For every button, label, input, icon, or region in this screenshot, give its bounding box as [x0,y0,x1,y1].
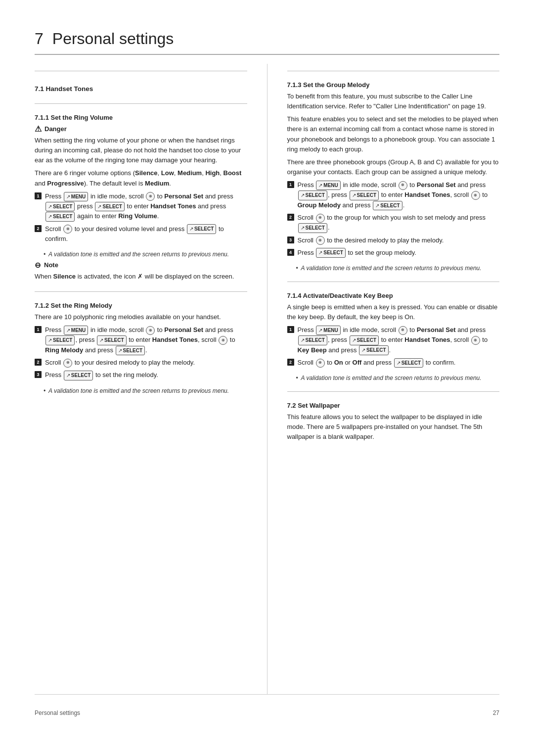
section-divider [35,71,247,71]
scroll-icon-712b: ⊕ [219,336,227,345]
step-num-1: 1 [35,192,42,199]
step-num-714-2: 2 [287,359,294,366]
danger-text: When setting the ring volume of your pho… [35,136,247,165]
select-btn-712: ↗ SELECT [45,335,75,345]
step-712-1-text: Press ↗ MENU in idle mode, scroll ⊕ to P… [45,325,247,355]
711-intro: There are 6 ringer volume options (Silen… [35,168,247,188]
711-bullet-1: A validation tone is emitted and the scr… [44,250,247,259]
step-714-1-text: Press ↗ MENU in idle mode, scroll ⊕ to P… [298,325,500,355]
scroll-icon-714: ⊕ [399,326,407,335]
step-711-2: 2 Scroll ⊕ to your desired volume level … [35,224,247,244]
scroll-icon-713b: ⊕ [471,191,480,200]
menu-btn-712: ↗ MENU [64,326,88,335]
sub-714-title: 7.1.4 Activate/Deactivate Key Beep [287,292,500,299]
right-column: 7.1.3 Set the Group Melody To benefit fr… [287,64,500,694]
section-71-title: 7.1 Handset Tones [35,85,247,93]
footer-right: 27 [493,709,499,716]
step-712-2-text: Scroll ⊕ to your desired melody to play … [45,358,247,368]
step-712-2: 2 Scroll ⊕ to your desired melody to pla… [35,358,247,368]
72-intro: This feature allows you to select the wa… [287,412,500,442]
menu-btn-714: ↗ MENU [316,326,340,335]
711-steps: 1 Press ↗ MENU in idle mode, scroll ⊕ to… [35,191,247,246]
713-bullet-1: A validation tone is emitted and the scr… [296,264,500,273]
step-713-3-text: Scroll ⊕ to the desired melody to play t… [298,236,500,245]
step-713-4: 4 Press ↗ SELECT to set the group melody… [287,248,500,258]
left-column: 7.1 Handset Tones 7.1.1 Set the Ring Vol… [35,64,247,694]
select-btn-2: ↗ SELECT [95,202,124,212]
danger-text-label: Danger [44,125,67,133]
step-711-1-text: Press ↗ MENU in idle mode, scroll ⊕ to P… [45,191,247,222]
712-steps: 1 Press ↗ MENU in idle mode, scroll ⊕ to… [35,325,247,382]
714-intro1: A single beep is emitted when a key is p… [287,302,500,322]
select-btn-712b: ↗ SELECT [97,335,126,345]
scroll-icon-713c: ⊕ [316,214,325,223]
713-intro1: To benefit from this feature, you must s… [287,92,500,111]
select-btn-714c: ↗ SELECT [359,345,388,355]
step-713-1: 1 Press ↗ MENU in idle mode, scroll ⊕ to… [287,180,500,210]
danger-icon: ⚠ [35,124,42,134]
select-btn-3: ↗ SELECT [45,212,75,222]
scroll-icon-714b: ⊕ [471,336,480,345]
step-num-713-2: 2 [287,214,294,221]
select-btn-712d: ↗ SELECT [64,371,93,380]
712-bullet-1: A validation tone is emitted and the scr… [44,387,247,395]
step-num-713-3: 3 [287,236,294,243]
step-713-3: 3 Scroll ⊕ to the desired melody to play… [287,236,500,245]
select-btn-714d: ↗ SELECT [394,358,423,368]
step-712-3-text: Press ↗ SELECT to set the ring melody. [45,370,247,380]
column-divider [267,64,267,694]
select-btn-713b: ↗ SELECT [350,190,379,200]
menu-btn-713: ↗ MENU [316,181,340,190]
step-711-2-text: Scroll ⊕ to your desired volume level an… [45,224,247,244]
step-711-1: 1 Press ↗ MENU in idle mode, scroll ⊕ to… [35,191,247,222]
step-713-2-text: Scroll ⊕ to the group for which you wish… [298,213,500,233]
711-bullets: A validation tone is emitted and the scr… [44,250,247,259]
section-divider-2 [35,103,247,104]
select-btn-712c: ↗ SELECT [116,346,145,356]
712-intro: There are 10 polyphonic ring melodies av… [35,312,247,322]
select-btn: ↗ SELECT [45,202,75,212]
sub-713-title: 7.1.3 Set the Group Melody [287,81,500,89]
chapter-number: 7 [35,30,44,47]
step-713-2: 2 Scroll ⊕ to the group for which you wi… [287,213,500,233]
scroll-icon-712: ⊕ [146,326,155,335]
step-num-712-3: 3 [35,371,42,378]
section-divider-r3 [287,391,500,392]
scroll-icon-713d: ⊕ [316,236,325,245]
step-713-4-text: Press ↗ SELECT to set the group melody. [298,248,500,258]
note-label: ⊖ Note [35,261,247,270]
chapter-title: 7Personal settings [35,30,499,55]
page-footer: Personal settings 27 [35,694,499,716]
sub-712-title: 7.1.2 Set the Ring Melody [35,302,247,309]
step-num-713-4: 4 [287,249,294,256]
713-intro2: This feature enables you to select and s… [287,114,500,154]
scroll-icon: ⊕ [146,192,155,201]
select-btn-713e: ↗ SELECT [316,248,345,258]
sub-711-title: 7.1.1 Set the Ring Volume [35,114,247,121]
step-num-714-1: 1 [287,326,294,333]
714-bullet-1: A validation tone is emitted and the scr… [296,374,500,382]
712-bullets: A validation tone is emitted and the scr… [44,387,247,395]
step-num-712-1: 1 [35,326,42,333]
step-num-713-1: 1 [287,181,294,188]
note-icon: ⊖ [35,261,41,270]
section-divider-r2 [287,282,500,282]
scroll-icon-713: ⊕ [399,181,407,190]
scroll-icon-712c: ⊕ [63,359,72,368]
step-714-2-text: Scroll ⊕ to On or Off and press ↗ SELECT… [298,358,500,368]
select-btn-713c: ↗ SELECT [373,201,402,211]
714-bullets: A validation tone is emitted and the scr… [296,374,500,382]
step-714-2: 2 Scroll ⊕ to On or Off and press ↗ SELE… [287,358,500,368]
step-714-1: 1 Press ↗ MENU in idle mode, scroll ⊕ to… [287,325,500,355]
scroll-icon-714c: ⊕ [316,359,325,368]
section-divider-3 [35,291,247,292]
scroll-icon-2: ⊕ [63,225,72,234]
section-72-title: 7.2 Set Wallpaper [287,402,500,409]
713-bullets: A validation tone is emitted and the scr… [296,264,500,273]
713-intro3: There are three phonebook groups (Group … [287,157,500,177]
713-steps: 1 Press ↗ MENU in idle mode, scroll ⊕ to… [287,180,500,260]
select-btn-713: ↗ SELECT [298,190,327,200]
page: 7Personal settings 7.1 Handset Tones 7.1… [0,0,534,756]
two-column-layout: 7.1 Handset Tones 7.1.1 Set the Ring Vol… [35,64,499,694]
danger-label: ⚠ Danger [35,124,247,134]
